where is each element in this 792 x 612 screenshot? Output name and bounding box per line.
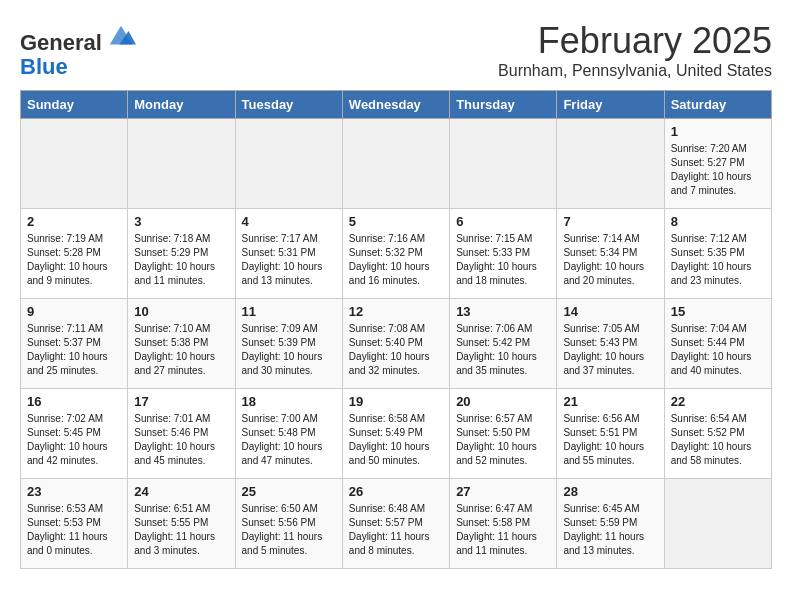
day-cell: 15Sunrise: 7:04 AM Sunset: 5:44 PM Dayli…	[664, 299, 771, 389]
logo-general: General	[20, 30, 102, 55]
weekday-header: Tuesday	[235, 91, 342, 119]
weekday-header-row: SundayMondayTuesdayWednesdayThursdayFrid…	[21, 91, 772, 119]
day-info: Sunrise: 7:14 AM Sunset: 5:34 PM Dayligh…	[563, 232, 657, 288]
day-cell: 6Sunrise: 7:15 AM Sunset: 5:33 PM Daylig…	[450, 209, 557, 299]
calendar-table: SundayMondayTuesdayWednesdayThursdayFrid…	[20, 90, 772, 569]
day-number: 18	[242, 394, 336, 409]
day-info: Sunrise: 7:00 AM Sunset: 5:48 PM Dayligh…	[242, 412, 336, 468]
day-info: Sunrise: 7:18 AM Sunset: 5:29 PM Dayligh…	[134, 232, 228, 288]
day-cell: 1Sunrise: 7:20 AM Sunset: 5:27 PM Daylig…	[664, 119, 771, 209]
week-row: 16Sunrise: 7:02 AM Sunset: 5:45 PM Dayli…	[21, 389, 772, 479]
day-number: 13	[456, 304, 550, 319]
day-info: Sunrise: 6:53 AM Sunset: 5:53 PM Dayligh…	[27, 502, 121, 558]
day-number: 6	[456, 214, 550, 229]
day-number: 21	[563, 394, 657, 409]
day-number: 7	[563, 214, 657, 229]
day-number: 12	[349, 304, 443, 319]
day-info: Sunrise: 7:17 AM Sunset: 5:31 PM Dayligh…	[242, 232, 336, 288]
day-number: 17	[134, 394, 228, 409]
day-number: 3	[134, 214, 228, 229]
day-cell: 25Sunrise: 6:50 AM Sunset: 5:56 PM Dayli…	[235, 479, 342, 569]
logo-blue: Blue	[20, 54, 68, 79]
day-number: 9	[27, 304, 121, 319]
day-cell	[235, 119, 342, 209]
day-number: 4	[242, 214, 336, 229]
day-number: 5	[349, 214, 443, 229]
day-cell: 13Sunrise: 7:06 AM Sunset: 5:42 PM Dayli…	[450, 299, 557, 389]
calendar-subtitle: Burnham, Pennsylvania, United States	[498, 62, 772, 80]
day-info: Sunrise: 7:12 AM Sunset: 5:35 PM Dayligh…	[671, 232, 765, 288]
week-row: 2Sunrise: 7:19 AM Sunset: 5:28 PM Daylig…	[21, 209, 772, 299]
day-number: 27	[456, 484, 550, 499]
day-cell: 26Sunrise: 6:48 AM Sunset: 5:57 PM Dayli…	[342, 479, 449, 569]
day-cell: 12Sunrise: 7:08 AM Sunset: 5:40 PM Dayli…	[342, 299, 449, 389]
day-info: Sunrise: 6:48 AM Sunset: 5:57 PM Dayligh…	[349, 502, 443, 558]
day-cell: 18Sunrise: 7:00 AM Sunset: 5:48 PM Dayli…	[235, 389, 342, 479]
day-number: 8	[671, 214, 765, 229]
logo: General Blue	[20, 20, 136, 79]
day-info: Sunrise: 7:04 AM Sunset: 5:44 PM Dayligh…	[671, 322, 765, 378]
day-cell: 27Sunrise: 6:47 AM Sunset: 5:58 PM Dayli…	[450, 479, 557, 569]
day-info: Sunrise: 7:11 AM Sunset: 5:37 PM Dayligh…	[27, 322, 121, 378]
day-info: Sunrise: 7:06 AM Sunset: 5:42 PM Dayligh…	[456, 322, 550, 378]
day-info: Sunrise: 6:47 AM Sunset: 5:58 PM Dayligh…	[456, 502, 550, 558]
day-number: 11	[242, 304, 336, 319]
day-number: 24	[134, 484, 228, 499]
day-info: Sunrise: 7:08 AM Sunset: 5:40 PM Dayligh…	[349, 322, 443, 378]
day-info: Sunrise: 7:02 AM Sunset: 5:45 PM Dayligh…	[27, 412, 121, 468]
day-number: 16	[27, 394, 121, 409]
day-info: Sunrise: 6:58 AM Sunset: 5:49 PM Dayligh…	[349, 412, 443, 468]
day-info: Sunrise: 6:51 AM Sunset: 5:55 PM Dayligh…	[134, 502, 228, 558]
day-cell	[342, 119, 449, 209]
day-cell: 5Sunrise: 7:16 AM Sunset: 5:32 PM Daylig…	[342, 209, 449, 299]
day-cell: 24Sunrise: 6:51 AM Sunset: 5:55 PM Dayli…	[128, 479, 235, 569]
page-header: General Blue February 2025 Burnham, Penn…	[20, 20, 772, 80]
day-info: Sunrise: 6:56 AM Sunset: 5:51 PM Dayligh…	[563, 412, 657, 468]
weekday-header: Wednesday	[342, 91, 449, 119]
day-cell: 9Sunrise: 7:11 AM Sunset: 5:37 PM Daylig…	[21, 299, 128, 389]
day-cell	[557, 119, 664, 209]
day-cell	[450, 119, 557, 209]
day-info: Sunrise: 7:09 AM Sunset: 5:39 PM Dayligh…	[242, 322, 336, 378]
day-cell	[664, 479, 771, 569]
day-info: Sunrise: 6:54 AM Sunset: 5:52 PM Dayligh…	[671, 412, 765, 468]
day-cell: 4Sunrise: 7:17 AM Sunset: 5:31 PM Daylig…	[235, 209, 342, 299]
day-number: 15	[671, 304, 765, 319]
day-cell: 11Sunrise: 7:09 AM Sunset: 5:39 PM Dayli…	[235, 299, 342, 389]
weekday-header: Monday	[128, 91, 235, 119]
day-number: 26	[349, 484, 443, 499]
day-number: 25	[242, 484, 336, 499]
day-number: 1	[671, 124, 765, 139]
day-cell: 22Sunrise: 6:54 AM Sunset: 5:52 PM Dayli…	[664, 389, 771, 479]
day-number: 23	[27, 484, 121, 499]
day-number: 22	[671, 394, 765, 409]
day-cell: 28Sunrise: 6:45 AM Sunset: 5:59 PM Dayli…	[557, 479, 664, 569]
weekday-header: Friday	[557, 91, 664, 119]
weekday-header: Thursday	[450, 91, 557, 119]
day-cell: 14Sunrise: 7:05 AM Sunset: 5:43 PM Dayli…	[557, 299, 664, 389]
day-cell: 19Sunrise: 6:58 AM Sunset: 5:49 PM Dayli…	[342, 389, 449, 479]
day-cell: 2Sunrise: 7:19 AM Sunset: 5:28 PM Daylig…	[21, 209, 128, 299]
day-cell: 16Sunrise: 7:02 AM Sunset: 5:45 PM Dayli…	[21, 389, 128, 479]
day-cell: 7Sunrise: 7:14 AM Sunset: 5:34 PM Daylig…	[557, 209, 664, 299]
day-cell	[128, 119, 235, 209]
day-cell: 21Sunrise: 6:56 AM Sunset: 5:51 PM Dayli…	[557, 389, 664, 479]
day-info: Sunrise: 7:15 AM Sunset: 5:33 PM Dayligh…	[456, 232, 550, 288]
day-cell: 3Sunrise: 7:18 AM Sunset: 5:29 PM Daylig…	[128, 209, 235, 299]
week-row: 1Sunrise: 7:20 AM Sunset: 5:27 PM Daylig…	[21, 119, 772, 209]
day-info: Sunrise: 6:50 AM Sunset: 5:56 PM Dayligh…	[242, 502, 336, 558]
day-number: 28	[563, 484, 657, 499]
day-info: Sunrise: 7:16 AM Sunset: 5:32 PM Dayligh…	[349, 232, 443, 288]
day-cell	[21, 119, 128, 209]
day-number: 10	[134, 304, 228, 319]
day-info: Sunrise: 7:05 AM Sunset: 5:43 PM Dayligh…	[563, 322, 657, 378]
calendar-title: February 2025	[498, 20, 772, 62]
day-info: Sunrise: 6:45 AM Sunset: 5:59 PM Dayligh…	[563, 502, 657, 558]
day-info: Sunrise: 7:10 AM Sunset: 5:38 PM Dayligh…	[134, 322, 228, 378]
day-number: 19	[349, 394, 443, 409]
week-row: 9Sunrise: 7:11 AM Sunset: 5:37 PM Daylig…	[21, 299, 772, 389]
weekday-header: Sunday	[21, 91, 128, 119]
logo-icon	[106, 20, 136, 50]
day-cell: 23Sunrise: 6:53 AM Sunset: 5:53 PM Dayli…	[21, 479, 128, 569]
title-block: February 2025 Burnham, Pennsylvania, Uni…	[498, 20, 772, 80]
